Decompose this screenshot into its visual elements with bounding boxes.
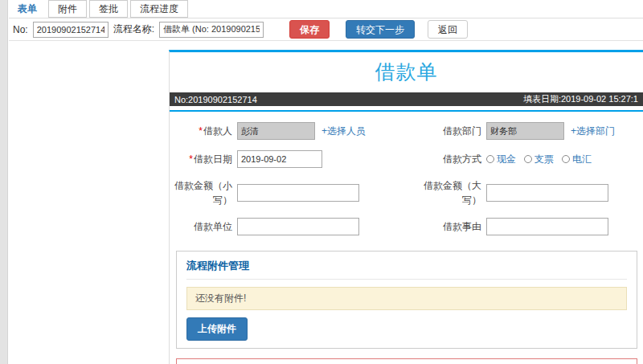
- loan-method-group: 现金 支票 电汇: [486, 153, 638, 166]
- radio-cheque[interactable]: 支票: [524, 153, 554, 166]
- radio-cash[interactable]: 现金: [486, 153, 516, 166]
- department-label: 借款部门: [419, 124, 486, 138]
- select-person-link[interactable]: +选择人员: [322, 125, 366, 138]
- action-toolbar: No: 流程名称: 保存 转交下一步 返回: [9, 18, 643, 41]
- amount-big-input[interactable]: [486, 184, 608, 202]
- amount-big-label: 借款金额（大写）: [419, 178, 486, 207]
- loan-date-label: *借款日期: [170, 152, 237, 166]
- loan-unit-input[interactable]: [237, 218, 359, 235]
- tab-approval[interactable]: 签批: [89, 0, 128, 18]
- radio-wire-transfer[interactable]: 电汇: [562, 153, 592, 166]
- select-department-link[interactable]: +选择部门: [571, 125, 615, 138]
- required-mark: *: [189, 153, 193, 165]
- fill-date-text: 填表日期:2019-09-02 15:27:1: [523, 93, 638, 105]
- borrower-input[interactable]: [237, 122, 315, 140]
- approval-section: 流程签批意见 B I abc A ∞ ⚑ ≡ ☰ ⇤: [176, 358, 637, 364]
- meta-bar: No:20190902152714 填表日期:2019-09-02 15:27:…: [170, 92, 643, 106]
- no-input[interactable]: [33, 22, 109, 38]
- required-mark: *: [199, 125, 203, 137]
- tab-form[interactable]: 表单: [9, 0, 46, 18]
- radio-icon: [524, 155, 532, 163]
- page-title: 借款单: [170, 52, 643, 92]
- back-button[interactable]: 返回: [428, 20, 468, 39]
- loan-unit-label: 借款单位: [170, 219, 237, 234]
- tab-attachments[interactable]: 附件: [48, 0, 87, 18]
- attachments-heading: 流程附件管理: [186, 259, 627, 273]
- amount-small-input[interactable]: [237, 184, 359, 202]
- save-button[interactable]: 保存: [289, 20, 330, 39]
- form-number-text: No:20190902152714: [174, 95, 257, 104]
- left-gutter: [0, 0, 8, 364]
- process-name-input[interactable]: [159, 22, 264, 38]
- loan-reason-label: 借款事由: [419, 219, 486, 234]
- page: 表单 附件 签批 流程进度 No: 流程名称: 保存 转交下一步 返回 借款单 …: [9, 0, 643, 364]
- borrower-label: *借款人: [170, 124, 237, 138]
- loan-form-grid: *借款人 +选择人员 借款部门 +选择部门 *借款日期 借款方式 现金 支票 电…: [170, 112, 643, 247]
- upload-attachment-button[interactable]: 上传附件: [186, 317, 248, 341]
- tab-process-progress[interactable]: 流程进度: [130, 0, 188, 18]
- loan-method-label: 借款方式: [419, 152, 486, 166]
- process-name-label: 流程名称:: [113, 22, 154, 36]
- tab-bar: 表单 附件 签批 流程进度: [9, 0, 643, 18]
- loan-reason-input[interactable]: [486, 218, 608, 235]
- department-input[interactable]: [486, 122, 564, 140]
- next-step-button[interactable]: 转交下一步: [346, 20, 415, 39]
- radio-icon: [562, 155, 570, 163]
- panel-body: 流程附件管理 还没有附件! 上传附件 流程签批意见 B I abc A ∞: [170, 247, 643, 364]
- divider: [186, 279, 627, 280]
- amount-small-label: 借款金额（小写）: [170, 178, 237, 207]
- no-label: No:: [13, 24, 28, 35]
- no-attachments-notice: 还没有附件!: [186, 287, 627, 310]
- radio-icon: [486, 155, 494, 163]
- attachments-section: 流程附件管理 还没有附件! 上传附件: [176, 251, 637, 349]
- loan-date-input[interactable]: [237, 150, 322, 168]
- loan-form-panel: 借款单 No:20190902152714 填表日期:2019-09-02 15…: [169, 50, 643, 364]
